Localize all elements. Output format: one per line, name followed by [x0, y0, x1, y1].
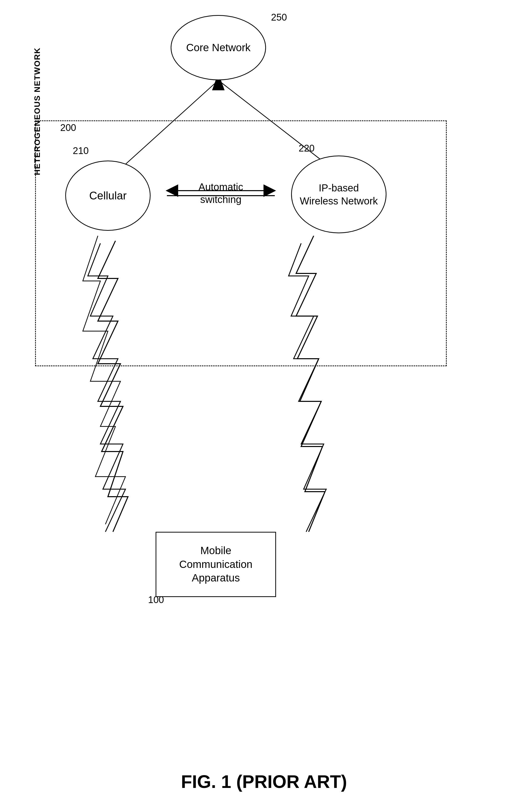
- figure-label: FIG. 1 (PRIOR ART): [181, 771, 347, 792]
- ip-wireless-node: IP-based Wireless Network: [291, 156, 386, 233]
- mobile-apparatus-label: Mobile Communication Apparatus: [179, 544, 253, 585]
- ref-label-100: 100: [148, 595, 164, 605]
- heterogeneous-network-label: HETEROGENEOUS NETWORK: [33, 47, 42, 175]
- ref-label-200: 200: [60, 122, 76, 133]
- ip-wireless-label: IP-based Wireless Network: [300, 182, 378, 207]
- ref-label-220: 220: [299, 143, 314, 154]
- auto-switching-label: Automatic switching: [199, 180, 243, 206]
- ref-label-210: 210: [73, 145, 89, 156]
- core-network-label: Core Network: [186, 41, 251, 55]
- auto-switching-area: Automatic switching: [166, 176, 276, 211]
- heterogeneous-network-box: [35, 120, 447, 366]
- core-network-node: Core Network: [171, 15, 266, 80]
- diagram-container: Core Network 250 HETEROGENEOUS NETWORK 2…: [0, 0, 528, 812]
- cellular-node: Cellular: [65, 161, 151, 231]
- mobile-apparatus-node: Mobile Communication Apparatus: [156, 532, 276, 597]
- cellular-label: Cellular: [89, 189, 127, 202]
- ref-label-250: 250: [271, 12, 287, 23]
